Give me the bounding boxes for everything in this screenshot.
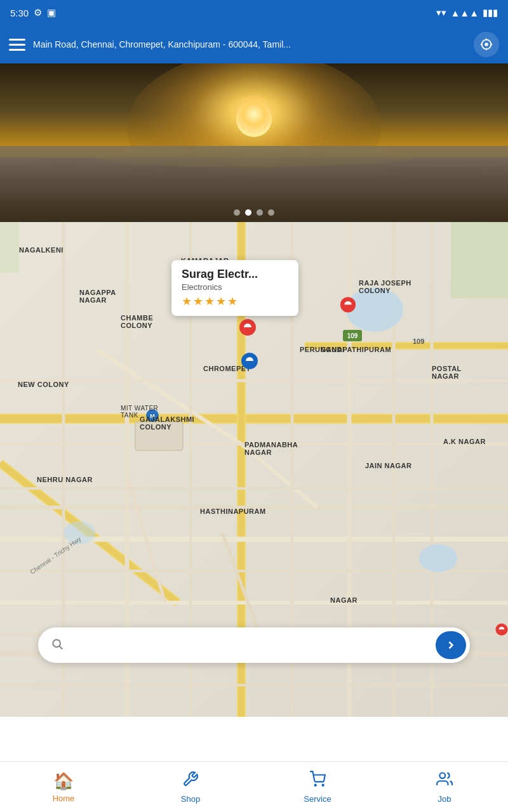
nav-item-job[interactable]: Job — [381, 766, 508, 809]
nav-label-service: Service — [304, 794, 331, 804]
bottom-nav: 🏠 Home Shop Service Job — [0, 761, 508, 812]
location-target-icon — [479, 37, 493, 51]
search-bar[interactable] — [38, 627, 470, 663]
settings-icon: ⚙ — [34, 7, 42, 18]
top-nav: Main Road, Chennai, Chromepet, Kanchipur… — [0, 25, 508, 63]
svg-point-7 — [95, 148, 413, 167]
svg-text:M: M — [150, 413, 155, 419]
map-area[interactable]: 48 109 109 M NAGALKENI KAMARAJAR NAGAPPA… — [0, 222, 508, 717]
map-pin-blue-user[interactable] — [240, 351, 259, 379]
carousel-image — [0, 63, 508, 222]
star-1: ★ — [182, 294, 192, 308]
map-popup[interactable]: Surag Electr... Electronics ★ ★ ★ ★ ★ — [171, 260, 298, 316]
svg-rect-13 — [451, 222, 508, 298]
hamburger-menu[interactable] — [9, 39, 25, 51]
carousel-dot-4[interactable] — [268, 209, 274, 216]
carousel-dot-1[interactable] — [234, 209, 240, 216]
nav-item-service[interactable]: Service — [254, 766, 381, 809]
status-bar: 5:30 ⚙ ▣ ▾▾ ▲▲▲ ▮▮▮ — [0, 0, 508, 25]
svg-point-33 — [315, 784, 316, 785]
svg-point-12 — [64, 521, 95, 544]
star-5: ★ — [227, 294, 237, 308]
svg-rect-20 — [135, 422, 183, 450]
map-pin-red-2[interactable] — [339, 296, 357, 322]
svg-text:109: 109 — [347, 332, 358, 339]
svg-point-5 — [241, 107, 267, 132]
map-pin-red-3[interactable] — [495, 622, 508, 644]
nav-label-home: Home — [53, 794, 75, 803]
nav-item-home[interactable]: 🏠 Home — [0, 766, 127, 808]
star-3: ★ — [204, 294, 215, 308]
carousel — [0, 63, 508, 222]
search-submit-button[interactable] — [436, 631, 466, 659]
sim-icon: ▣ — [47, 7, 56, 18]
popup-stars: ★ ★ ★ ★ ★ — [182, 294, 288, 308]
svg-point-34 — [323, 784, 324, 785]
svg-rect-14 — [0, 222, 19, 273]
home-icon: 🏠 — [53, 771, 74, 791]
job-icon — [436, 771, 453, 792]
svg-point-31 — [53, 639, 60, 647]
svg-point-4 — [236, 102, 272, 137]
signal-icon: ▲▲▲ — [450, 8, 479, 18]
nav-label-job: Job — [438, 794, 451, 804]
star-4: ★ — [216, 294, 226, 308]
svg-line-32 — [60, 646, 63, 649]
carousel-dot-2[interactable] — [245, 209, 251, 216]
service-icon — [309, 771, 326, 792]
svg-point-0 — [485, 43, 488, 46]
address-bar[interactable]: Main Road, Chennai, Chromepet, Kanchipur… — [33, 39, 466, 49]
status-time: 5:30 — [10, 8, 29, 18]
svg-point-11 — [419, 544, 457, 572]
wifi-icon: ▾▾ — [436, 7, 446, 18]
search-input[interactable] — [69, 639, 436, 651]
location-target-button[interactable] — [474, 32, 499, 57]
carousel-beach-svg — [0, 63, 508, 222]
nav-item-shop[interactable]: Shop — [127, 766, 254, 809]
carousel-dot-3[interactable] — [257, 209, 263, 216]
svg-text:109: 109 — [413, 337, 424, 345]
battery-icon: ▮▮▮ — [483, 7, 498, 18]
popup-title: Surag Electr... — [182, 268, 288, 281]
carousel-dots — [234, 209, 274, 216]
svg-point-35 — [439, 773, 445, 778]
search-icon — [51, 638, 64, 653]
shop-icon — [182, 771, 199, 792]
popup-category: Electronics — [182, 282, 288, 292]
star-2: ★ — [193, 294, 203, 308]
nav-label-shop: Shop — [181, 794, 200, 804]
map-pin-red-1[interactable] — [238, 318, 257, 346]
